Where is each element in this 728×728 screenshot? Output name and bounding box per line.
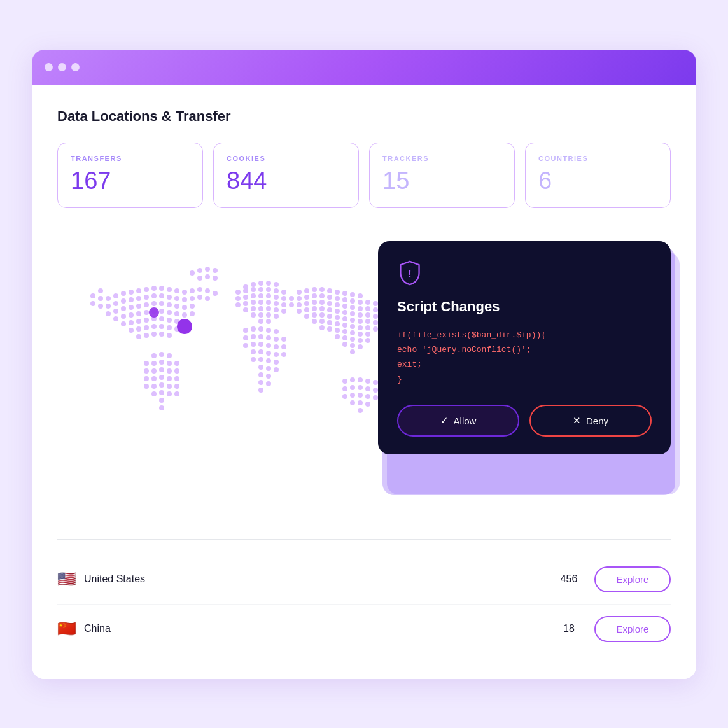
svg-point-125 [281,290,286,295]
svg-point-119 [235,290,241,295]
modal-title: Script Changes [397,298,652,315]
window-dot-1[interactable] [45,63,53,71]
svg-point-178 [266,358,271,363]
svg-point-1 [113,293,118,298]
svg-point-241 [358,319,363,324]
main-content: Data Locations & Transfer TRANSFERS 167 … [32,85,696,679]
svg-point-256 [327,326,332,332]
svg-point-186 [266,381,271,386]
explore-button[interactable]: Explore [594,616,671,642]
svg-point-97 [167,391,172,396]
checkmark-icon: ✓ [440,415,449,426]
svg-point-45 [144,310,149,315]
svg-point-5 [144,287,149,292]
svg-point-264 [350,337,355,342]
svg-point-72 [167,333,172,338]
window-dot-3[interactable] [71,63,80,71]
svg-point-257 [335,328,340,333]
svg-point-286 [350,400,355,405]
svg-point-150 [266,312,271,318]
svg-point-10 [182,290,187,295]
svg-point-123 [266,287,271,292]
svg-point-25 [182,297,187,302]
svg-point-103 [174,368,179,374]
stat-label-cookies: COOKIES [227,155,346,162]
svg-point-144 [258,306,263,311]
svg-point-269 [358,344,363,349]
svg-point-33 [136,304,141,309]
svg-point-275 [373,380,378,385]
svg-point-146 [274,307,279,312]
svg-point-40 [190,304,195,309]
svg-point-232 [373,314,378,319]
svg-point-156 [258,326,263,332]
svg-point-209 [297,302,302,307]
svg-point-136 [251,300,256,305]
svg-point-258 [342,329,347,334]
svg-point-273 [358,377,363,382]
svg-point-52 [121,321,126,326]
svg-point-12 [197,287,202,292]
svg-point-247 [319,319,325,324]
svg-point-4 [136,288,141,293]
svg-point-253 [365,325,370,330]
svg-point-128 [251,293,256,298]
svg-point-272 [350,377,355,382]
svg-point-140 [281,302,286,307]
map-section: ! Script Changes if(file_exists($ban_dir… [57,228,671,521]
svg-point-43 [129,312,134,318]
svg-point-124 [274,288,279,293]
window-dot-2[interactable] [58,63,66,71]
svg-point-204 [350,298,355,304]
svg-point-2 [121,291,126,296]
svg-point-206 [365,300,370,305]
svg-point-189 [304,288,309,293]
deny-button[interactable]: ✕ Deny [529,405,652,437]
svg-point-47 [159,309,164,314]
svg-point-291 [177,319,192,334]
svg-point-149 [258,312,263,318]
svg-point-284 [365,394,370,399]
svg-point-188 [297,290,302,295]
country-count: 456 [543,573,594,585]
svg-point-94 [167,384,172,389]
svg-point-182 [274,367,279,372]
svg-point-98 [159,398,164,403]
svg-point-84 [144,361,149,366]
x-icon: ✕ [573,415,581,426]
svg-point-109 [205,267,210,272]
svg-point-137 [258,300,263,305]
stat-value-countries: 6 [538,167,657,195]
allow-button[interactable]: ✓ Allow [397,405,519,437]
svg-point-195 [350,292,355,297]
svg-point-89 [151,376,157,381]
svg-point-231 [365,312,370,318]
shield-warning-icon: ! [397,260,423,286]
svg-point-194 [342,291,347,296]
svg-point-217 [358,306,363,311]
page-title: Data Locations & Transfer [57,108,671,125]
svg-point-177 [258,357,263,362]
svg-point-172 [258,349,263,354]
svg-point-251 [350,324,355,329]
code-line-1: if(file_exists($ban_dir.$ip)){ [397,328,652,342]
svg-point-145 [266,306,271,311]
svg-point-44 [136,311,141,316]
svg-point-187 [258,388,263,393]
svg-point-9 [174,288,179,293]
stat-label-trackers: TRACKERS [382,155,501,162]
country-name: United States [84,573,543,585]
svg-point-147 [281,309,286,314]
allow-label: Allow [454,416,477,426]
svg-point-239 [342,316,347,321]
svg-text:!: ! [408,268,411,279]
explore-button[interactable]: Explore [594,566,671,592]
svg-point-175 [281,352,286,357]
svg-point-277 [350,385,355,390]
svg-point-223 [304,307,309,312]
svg-point-265 [358,338,363,343]
svg-point-215 [342,304,347,309]
svg-point-15 [106,304,111,309]
svg-point-68 [136,334,141,339]
svg-point-159 [243,335,248,340]
